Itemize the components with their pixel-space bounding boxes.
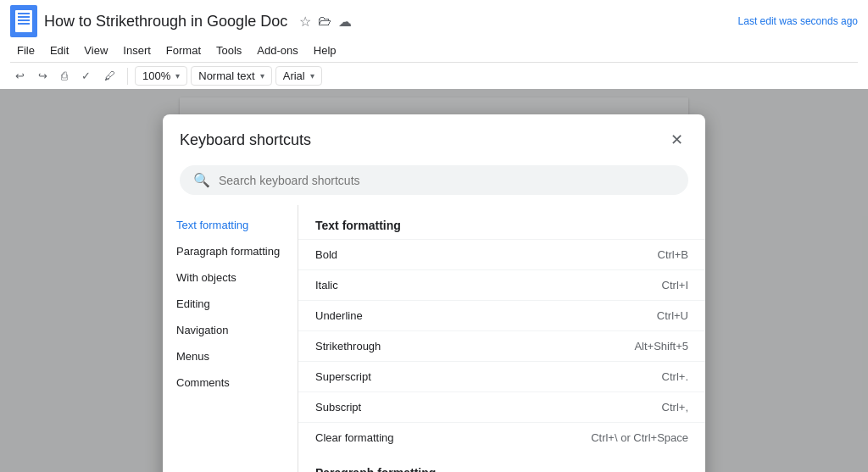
menu-file[interactable]: File — [10, 41, 42, 60]
modal-close-button[interactable]: ✕ — [665, 128, 688, 152]
nav-item-paragraph-formatting[interactable]: Paragraph formatting — [163, 238, 298, 264]
modal-title: Keyboard shortcuts — [180, 131, 311, 149]
style-chevron-icon: ▾ — [260, 71, 264, 81]
shortcut-key: Ctrl+\ or Ctrl+Space — [591, 431, 688, 444]
style-dropdown[interactable]: Normal text ▾ — [191, 66, 271, 86]
menu-help[interactable]: Help — [307, 41, 343, 60]
keyboard-shortcuts-modal: Keyboard shortcuts ✕ 🔍 Text formattingPa… — [163, 114, 705, 472]
cloud-icon[interactable]: ☁ — [338, 14, 352, 30]
shortcut-name: Strikethrough — [315, 340, 381, 353]
shortcut-row: SubscriptCtrl+, — [298, 391, 705, 422]
search-input[interactable] — [219, 174, 675, 187]
shortcut-row: SuperscriptCtrl+. — [298, 361, 705, 391]
search-row: 🔍 — [163, 158, 705, 205]
shortcut-key: Ctrl+B — [658, 248, 688, 261]
shortcut-key: Ctrl+, — [662, 401, 688, 414]
shortcut-key: Ctrl+U — [657, 309, 688, 322]
menu-insert[interactable]: Insert — [116, 41, 158, 60]
toolbar-row: ↩ ↪ ⎙ ✓ 🖊 100% ▾ Normal text ▾ Arial ▾ — [10, 62, 858, 89]
toolbar-separator-1 — [127, 68, 128, 85]
shortcut-name: Underline — [315, 309, 363, 322]
doc-title: How to Strikethrough in Google Doc — [44, 13, 287, 31]
doc-area: Keyboard shortcuts ✕ 🔍 Text formattingPa… — [0, 89, 868, 472]
title-icons: ☆ 🗁 ☁ — [299, 14, 352, 30]
modal-overlay: Keyboard shortcuts ✕ 🔍 Text formattingPa… — [0, 89, 868, 472]
nav-item-editing[interactable]: Editing — [163, 291, 298, 317]
menu-tools[interactable]: Tools — [209, 41, 248, 60]
font-value: Arial — [283, 69, 305, 82]
undo-button[interactable]: ↩ — [10, 66, 30, 86]
nav-item-menus[interactable]: Menus — [163, 343, 298, 369]
print-button[interactable]: ⎙ — [56, 66, 73, 86]
top-bar: How to Strikethrough in Google Doc ☆ 🗁 ☁… — [0, 0, 868, 89]
style-value: Normal text — [198, 69, 254, 82]
modal-header: Keyboard shortcuts ✕ — [163, 114, 705, 158]
star-icon[interactable]: ☆ — [299, 14, 311, 30]
zoom-dropdown[interactable]: 100% ▾ — [135, 66, 187, 86]
title-row: How to Strikethrough in Google Doc ☆ 🗁 ☁… — [10, 5, 858, 41]
shortcut-key: Alt+Shift+5 — [634, 340, 688, 353]
last-edit[interactable]: Last edit was seconds ago — [738, 15, 858, 27]
menu-edit[interactable]: Edit — [43, 41, 75, 60]
shortcut-row: BoldCtrl+B — [298, 239, 705, 269]
shortcut-name: Italic — [315, 279, 338, 292]
paint-button[interactable]: 🖊 — [99, 66, 120, 86]
shortcut-row: ItalicCtrl+I — [298, 269, 705, 300]
search-icon: 🔍 — [193, 172, 210, 188]
spellcheck-button[interactable]: ✓ — [76, 66, 96, 86]
modal-body: Text formattingParagraph formattingWith … — [163, 205, 705, 472]
shortcut-name: Bold — [315, 248, 337, 261]
shortcut-name: Superscript — [315, 370, 371, 383]
menu-row: File Edit View Insert Format Tools Add-o… — [10, 41, 858, 62]
sidebar-nav: Text formattingParagraph formattingWith … — [163, 205, 298, 472]
shortcut-key: Ctrl+I — [662, 279, 688, 292]
shortcut-row: StrikethroughAlt+Shift+5 — [298, 330, 705, 361]
menu-view[interactable]: View — [77, 41, 114, 60]
menu-format[interactable]: Format — [159, 41, 208, 60]
shortcut-row: Clear formattingCtrl+\ or Ctrl+Space — [298, 422, 705, 453]
shortcut-name: Subscript — [315, 401, 361, 414]
font-dropdown[interactable]: Arial ▾ — [275, 66, 322, 86]
nav-item-navigation[interactable]: Navigation — [163, 317, 298, 343]
content-area: Text formattingBoldCtrl+BItalicCtrl+IUnd… — [298, 205, 705, 472]
nav-item-comments[interactable]: Comments — [163, 369, 298, 396]
nav-item-with-objects[interactable]: With objects — [163, 264, 298, 291]
shortcut-key: Ctrl+. — [662, 370, 688, 383]
font-chevron-icon: ▾ — [310, 71, 314, 81]
shortcut-row: UnderlineCtrl+U — [298, 300, 705, 330]
section-header: Text formatting — [298, 205, 705, 239]
section-header: Paragraph formatting — [298, 453, 705, 472]
doc-icon — [10, 5, 37, 37]
redo-button[interactable]: ↪ — [33, 66, 53, 86]
zoom-chevron-icon: ▾ — [175, 71, 180, 81]
folder-icon[interactable]: 🗁 — [318, 14, 331, 29]
shortcut-name: Clear formatting — [315, 431, 393, 444]
zoom-value: 100% — [142, 69, 170, 82]
nav-item-text-formatting[interactable]: Text formatting — [163, 212, 298, 238]
search-box: 🔍 — [180, 165, 688, 195]
menu-addons[interactable]: Add-ons — [250, 41, 304, 60]
